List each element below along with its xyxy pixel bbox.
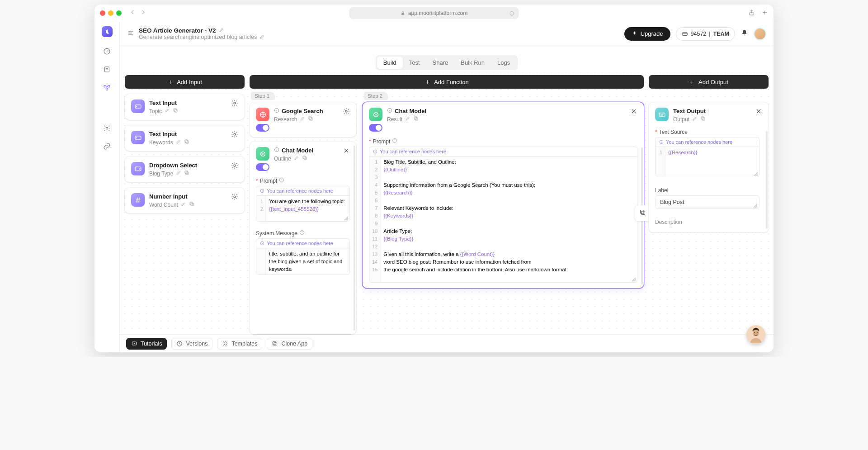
new-tab-icon[interactable] [761, 9, 768, 18]
window-close-dot[interactable] [100, 10, 105, 16]
tab-logs[interactable]: Logs [491, 57, 516, 69]
edit-icon[interactable] [176, 139, 181, 146]
address-bar[interactable]: app.moonlitplatform.com [349, 7, 519, 19]
svg-rect-88 [701, 117, 704, 119]
app-subtitle: Generate search engine optimized blog ar… [139, 34, 257, 40]
tab-build[interactable]: Build [377, 57, 403, 69]
templates-button[interactable]: Templates [217, 338, 262, 350]
share-icon[interactable] [748, 9, 755, 18]
window-minimize-dot[interactable] [108, 10, 113, 16]
tab-bulk-run[interactable]: Bulk Run [454, 57, 491, 69]
edit-icon[interactable] [181, 201, 186, 208]
number-input-icon [131, 193, 145, 207]
prompt-editor[interactable]: 12 You are given the following topic:{{t… [256, 195, 350, 222]
add-function-button[interactable]: Add Function [250, 75, 644, 89]
tab-share[interactable]: Share [426, 57, 455, 69]
function-chat-outline[interactable]: Chat Model Outline *Prompt [250, 142, 356, 334]
settings-icon[interactable] [343, 108, 350, 117]
credits-badge[interactable]: 94572 | TEAM [676, 27, 735, 41]
nav-settings-icon[interactable] [103, 124, 111, 132]
settings-icon[interactable] [231, 131, 238, 140]
function-google-search[interactable]: Google Search Research [250, 102, 356, 137]
copy-icon[interactable] [700, 116, 706, 123]
input-card-keywords[interactable]: Text Input Keywords [125, 125, 245, 151]
resize-handle[interactable] [753, 203, 758, 208]
collapse-icon[interactable] [630, 108, 637, 117]
input-card-blog-type[interactable]: Dropdown Select Blog Type [125, 156, 245, 182]
reference-hint: You can reference nodes here [655, 137, 760, 147]
svg-rect-84 [659, 113, 665, 116]
view-tabs: Build Test Share Bulk Run Logs [376, 55, 518, 70]
input-card-word-count[interactable]: Number Input Word Count [125, 188, 245, 213]
nav-dashboard-icon[interactable] [103, 47, 111, 55]
copy-icon[interactable] [413, 116, 419, 123]
edit-subtitle-icon[interactable] [259, 34, 265, 41]
versions-button[interactable]: Versions [171, 338, 212, 350]
copy-icon[interactable] [308, 116, 313, 123]
system-message-editor[interactable]: title, subtitle, and an outline for the … [256, 248, 350, 275]
reload-icon[interactable] [509, 11, 514, 16]
prompt-editor[interactable]: 123456789101112131415 Blog Title, Subtit… [369, 156, 637, 283]
svg-rect-98 [273, 341, 276, 345]
support-avatar[interactable] [746, 325, 765, 344]
edit-icon[interactable] [165, 108, 170, 114]
prompt-label: *Prompt [369, 138, 637, 145]
settings-icon[interactable] [231, 162, 238, 171]
copy-icon[interactable] [184, 139, 189, 146]
edit-icon[interactable] [692, 116, 698, 123]
resize-handle[interactable] [632, 277, 636, 282]
add-input-button[interactable]: Add Input [125, 75, 245, 89]
edit-icon[interactable] [176, 170, 181, 177]
svg-rect-31 [185, 171, 188, 174]
window-zoom-dot[interactable] [116, 10, 122, 16]
info-icon[interactable] [387, 108, 392, 114]
resize-handle[interactable] [344, 216, 349, 221]
text-source-editor[interactable]: 1 {{Research}} [655, 147, 760, 177]
resize-handle[interactable] [754, 172, 758, 176]
nav-docs-icon[interactable] [103, 65, 111, 73]
scrollbar[interactable] [766, 131, 768, 229]
svg-rect-19 [135, 104, 141, 108]
tutorials-button[interactable]: Tutorials [126, 338, 167, 350]
duplicate-icon[interactable] [639, 209, 646, 218]
nav-builder-icon[interactable] [103, 83, 111, 91]
nav-link-icon[interactable] [103, 142, 111, 150]
input-card-topic[interactable]: Text Input Topic [125, 94, 245, 120]
notifications-icon[interactable] [741, 29, 748, 38]
info-icon[interactable] [274, 108, 279, 114]
edit-title-icon[interactable] [219, 27, 224, 34]
breadcrumb-icon[interactable] [127, 29, 134, 38]
function-toggle[interactable] [369, 124, 382, 132]
edit-icon[interactable] [405, 116, 410, 123]
scrollbar[interactable] [354, 145, 355, 331]
edit-icon[interactable] [294, 155, 299, 162]
function-chat-result[interactable]: Chat Model Result *Prompt [363, 102, 644, 288]
function-toggle[interactable] [256, 124, 269, 132]
copy-icon[interactable] [189, 201, 194, 208]
edit-icon[interactable] [300, 116, 305, 123]
tab-test[interactable]: Test [403, 57, 426, 69]
system-message-label: System Message [256, 230, 350, 237]
info-icon[interactable] [274, 147, 279, 154]
output-card[interactable]: Text Output Output *Text Source You can … [649, 102, 769, 232]
text-output-icon [655, 108, 669, 121]
nav-forward-icon[interactable] [140, 9, 147, 18]
collapse-icon[interactable] [343, 147, 350, 156]
svg-rect-9 [108, 85, 110, 87]
svg-rect-26 [186, 141, 189, 143]
app-logo[interactable] [102, 26, 113, 37]
upgrade-button[interactable]: Upgrade [624, 27, 670, 41]
nav-back-icon[interactable] [129, 9, 136, 18]
collapse-icon[interactable] [755, 108, 762, 117]
copy-icon[interactable] [173, 108, 178, 114]
copy-icon[interactable] [184, 170, 189, 177]
svg-point-11 [106, 127, 108, 129]
function-toggle[interactable] [256, 163, 269, 171]
settings-icon[interactable] [231, 99, 238, 109]
copy-icon[interactable] [302, 155, 307, 162]
user-avatar[interactable] [754, 28, 766, 40]
clone-app-button[interactable]: Clone App [267, 338, 312, 350]
output-label-input[interactable]: Blog Post [655, 195, 760, 209]
add-output-button[interactable]: Add Output [649, 75, 769, 89]
settings-icon[interactable] [231, 193, 238, 202]
